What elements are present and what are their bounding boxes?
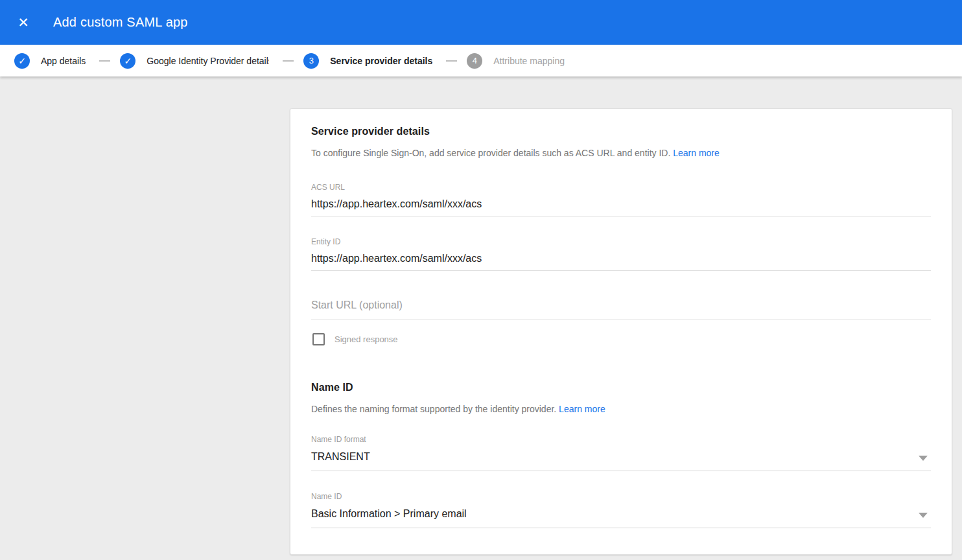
signed-response-row: Signed response (311, 333, 931, 345)
name-id-section: Name ID Defines the naming format suppor… (311, 382, 931, 528)
description-text: Defines the naming format supported by t… (311, 404, 556, 414)
learn-more-link[interactable]: Learn more (559, 404, 605, 414)
learn-more-link[interactable]: Learn more (673, 148, 720, 158)
step-completed-check-circle: ✓ (14, 53, 30, 69)
service-provider-card: Service provider details To configure Si… (290, 108, 952, 555)
signed-response-label: Signed response (334, 334, 398, 344)
entity-id-input[interactable] (311, 246, 931, 271)
close-icon[interactable]: ✕ (16, 15, 31, 30)
step-google-idp-details[interactable]: ✓ Google Identity Provider details (120, 53, 269, 69)
step-label: App details (41, 56, 86, 66)
step-number: 3 (309, 56, 314, 65)
description-text: To configure Single Sign-On, add service… (311, 148, 670, 158)
step-service-provider-details[interactable]: 3 Service provider details (303, 53, 432, 69)
name-id-value: Basic Information > Primary email (311, 508, 467, 519)
app-bar: ✕ Add custom SAML app (0, 0, 962, 45)
entity-id-label: Entity ID (311, 237, 931, 246)
name-id-format-value: TRANSIENT (311, 451, 370, 462)
signed-response-checkbox[interactable] (312, 333, 325, 345)
step-separator (446, 60, 457, 62)
step-separator (99, 60, 110, 62)
name-id-format-label: Name ID format (311, 435, 931, 444)
entity-id-field: Entity ID (311, 237, 931, 271)
step-app-details[interactable]: ✓ App details (14, 53, 86, 69)
start-url-input[interactable] (311, 299, 931, 320)
acs-url-field: ACS URL (311, 183, 931, 216)
dropdown-arrow-icon (919, 456, 928, 461)
step-number-circle: 3 (303, 53, 319, 69)
name-id-label: Name ID (311, 492, 931, 501)
step-attribute-mapping[interactable]: 4 Attribute mapping (467, 53, 565, 69)
service-provider-section: Service provider details To configure Si… (311, 126, 931, 345)
main-area: Service provider details To configure Si… (0, 76, 962, 560)
step-number: 4 (473, 56, 477, 65)
stepper: ✓ App details ✓ Google Identity Provider… (0, 45, 962, 76)
start-url-field (311, 299, 931, 320)
check-icon: ✓ (18, 56, 26, 65)
step-label: Google Identity Provider details (147, 56, 269, 66)
step-label: Attribute mapping (493, 56, 565, 66)
acs-url-input[interactable] (311, 192, 931, 216)
section-heading: Service provider details (311, 126, 931, 137)
step-label: Service provider details (330, 56, 432, 66)
check-icon: ✓ (124, 56, 132, 65)
step-number-circle: 4 (467, 53, 482, 69)
step-separator (283, 60, 294, 62)
name-id-select[interactable]: Basic Information > Primary email (311, 501, 931, 528)
section-description: To configure Single Sign-On, add service… (311, 148, 931, 158)
acs-url-label: ACS URL (311, 183, 931, 192)
name-id-format-field: Name ID format TRANSIENT (311, 435, 931, 471)
dropdown-arrow-icon (919, 513, 928, 518)
step-completed-check-circle: ✓ (120, 53, 135, 69)
section-heading: Name ID (311, 382, 931, 393)
dialog-title: Add custom SAML app (53, 15, 188, 30)
section-description: Defines the naming format supported by t… (311, 404, 931, 414)
name-id-format-select[interactable]: TRANSIENT (311, 444, 931, 471)
name-id-field: Name ID Basic Information > Primary emai… (311, 492, 931, 528)
